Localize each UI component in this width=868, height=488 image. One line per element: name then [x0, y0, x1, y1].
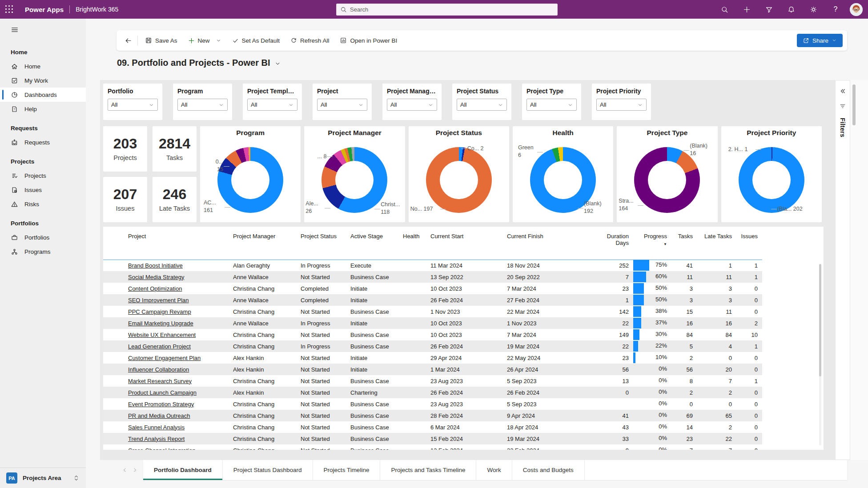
- column-header-health[interactable]: Health: [403, 227, 430, 260]
- tab-projects-and-tasks-timeline[interactable]: Projects and Tasks Timeline: [380, 460, 476, 480]
- cell-issues: 0: [736, 444, 762, 450]
- hamburger-menu-icon[interactable]: [10, 25, 20, 35]
- sidebar-item-issues[interactable]: Issues: [0, 183, 86, 197]
- cell-duration: 22: [592, 340, 633, 352]
- slicer-dropdown[interactable]: All: [317, 99, 367, 111]
- column-header-current-start[interactable]: Current Start: [430, 227, 507, 260]
- project-link[interactable]: Cross-Channel Integration: [128, 447, 196, 450]
- project-link[interactable]: Email Marketing Upgrade: [128, 320, 193, 327]
- slicer-value: All: [111, 101, 149, 108]
- help-button[interactable]: ?: [828, 1, 844, 17]
- back-button[interactable]: [121, 33, 136, 48]
- sidebar-item-programs[interactable]: Programs: [0, 244, 86, 259]
- project-link[interactable]: Event Promotion Strategy: [128, 401, 194, 408]
- chart-title: Program: [200, 129, 301, 137]
- sidebar-item-home[interactable]: Home: [0, 59, 86, 73]
- topbar-filter-button[interactable]: [761, 1, 777, 17]
- table-scrollbar[interactable]: [819, 264, 821, 445]
- user-avatar[interactable]: [850, 3, 863, 16]
- slicer-dropdown[interactable]: All: [247, 99, 297, 111]
- tab-costs-and-budgets[interactable]: Costs and Budgets: [512, 460, 585, 480]
- project-link[interactable]: PR and Media Outreach: [128, 412, 190, 419]
- tab-project-status-dashboard[interactable]: Project Status Dashboard: [223, 460, 313, 480]
- set-as-default-button[interactable]: Set As Default: [227, 33, 285, 48]
- environment-name[interactable]: BrightWork 365: [76, 6, 118, 13]
- project-link[interactable]: Influencer Collaboration: [128, 366, 189, 373]
- column-header-late-tasks[interactable]: Late Tasks: [697, 227, 736, 260]
- settings-gear-button[interactable]: [805, 1, 821, 17]
- donut-chart-project-status[interactable]: [426, 147, 492, 213]
- donut-chart-program[interactable]: [217, 147, 283, 213]
- sidebar-item-portfolios[interactable]: Portfolios: [0, 230, 86, 244]
- column-header-current-finish[interactable]: Current Finish: [507, 227, 592, 260]
- slicer-dropdown[interactable]: All: [108, 99, 158, 111]
- project-link[interactable]: SEO Improvement Plan: [128, 297, 189, 304]
- tab-nav-right-icon[interactable]: [132, 467, 138, 473]
- tab-nav-left-icon[interactable]: [122, 467, 128, 473]
- project-link[interactable]: Product Launch Campaign: [128, 389, 197, 396]
- column-header-project-status[interactable]: Project Status: [301, 227, 350, 260]
- tab-work[interactable]: Work: [476, 460, 512, 480]
- project-link[interactable]: PPC Campaign Revamp: [128, 308, 191, 315]
- save-as-button[interactable]: Save As: [140, 33, 183, 48]
- project-link[interactable]: Website UX Enhancement: [128, 332, 196, 338]
- column-header-project[interactable]: Project: [103, 227, 233, 260]
- slicer-dropdown[interactable]: All: [387, 99, 437, 111]
- project-link[interactable]: Brand Boost Initiative: [128, 262, 183, 269]
- column-header-project-manager[interactable]: Project Manager: [233, 227, 301, 260]
- app-brand[interactable]: Power Apps: [25, 6, 64, 13]
- expand-pane-double-chevron-icon[interactable]: [839, 88, 846, 95]
- kpi-label: Projects: [113, 154, 137, 161]
- project-link[interactable]: Sales Funnel Analysis: [128, 424, 185, 431]
- project-link[interactable]: Trend Analysis Report: [128, 436, 185, 442]
- column-header-progress[interactable]: Progress▼: [633, 227, 671, 260]
- share-button[interactable]: Share: [797, 34, 843, 47]
- topbar-add-button[interactable]: [739, 1, 755, 17]
- column-header-duration-days[interactable]: Duration Days: [592, 227, 633, 260]
- donut-chart-project-priority[interactable]: [739, 147, 804, 213]
- slicer-dropdown[interactable]: All: [596, 99, 647, 111]
- page-scrollbar-thumb[interactable]: [852, 84, 856, 125]
- sidebar-item-risks[interactable]: Risks: [0, 197, 86, 211]
- sidebar-item-requests[interactable]: Requests: [0, 135, 86, 149]
- project-link[interactable]: Content Optimization: [128, 285, 182, 292]
- project-link[interactable]: Social Media Strategy: [128, 274, 184, 280]
- project-link[interactable]: Lead Generation Project: [128, 343, 191, 350]
- sidebar-item-dashboards[interactable]: Dashboards: [0, 88, 86, 102]
- tab-portfolio-dashboard[interactable]: Portfolio Dashboard: [143, 460, 223, 480]
- brand-divider: [69, 5, 70, 13]
- column-header-issues[interactable]: Issues: [736, 227, 762, 260]
- cell-issues: 1: [736, 375, 762, 387]
- sidebar-item-projects[interactable]: Projects: [0, 168, 86, 183]
- slicer-dropdown[interactable]: All: [457, 99, 507, 111]
- global-search-input[interactable]: Search: [336, 4, 558, 16]
- sidebar-item-my-work[interactable]: My Work: [0, 73, 86, 88]
- filters-pane-label[interactable]: Filters: [839, 118, 846, 137]
- column-header-tasks[interactable]: Tasks: [671, 227, 697, 260]
- project-link[interactable]: Market Research Survey: [128, 378, 192, 384]
- waffle-menu-icon[interactable]: [0, 0, 19, 19]
- new-button[interactable]: New: [183, 33, 227, 48]
- open-in-power-bi-button[interactable]: Open in Power BI: [334, 33, 402, 48]
- donut-chart-health[interactable]: [530, 147, 596, 213]
- cell-start: 6 Mar 2024: [430, 421, 507, 433]
- area-switcher[interactable]: PA Projects Area: [0, 468, 86, 488]
- donut-chart-project-manager[interactable]: [321, 147, 387, 213]
- title-chevron-down-icon[interactable]: [274, 60, 281, 67]
- cell-stage: Business Case: [350, 398, 403, 410]
- slicer-dropdown[interactable]: All: [177, 99, 228, 111]
- cell-tasks: 56: [671, 364, 697, 375]
- slicer-dropdown[interactable]: All: [526, 99, 577, 111]
- project-link[interactable]: Customer Engagement Plan: [128, 355, 201, 361]
- progress-cell: 50%: [633, 284, 667, 293]
- topbar-search-button[interactable]: [716, 1, 732, 17]
- sidebar-item-help[interactable]: Help: [0, 102, 86, 116]
- chart-title: Project Type: [617, 129, 717, 137]
- notifications-bell-button[interactable]: [783, 1, 799, 17]
- column-header-active-stage[interactable]: Active Stage: [350, 227, 403, 260]
- plus-icon: [188, 37, 195, 44]
- tab-projects-timeline[interactable]: Projects Timeline: [313, 460, 381, 480]
- filter-icon[interactable]: [839, 103, 846, 110]
- donut-chart-project-type[interactable]: [634, 147, 700, 213]
- refresh-all-button[interactable]: Refresh All: [285, 33, 334, 48]
